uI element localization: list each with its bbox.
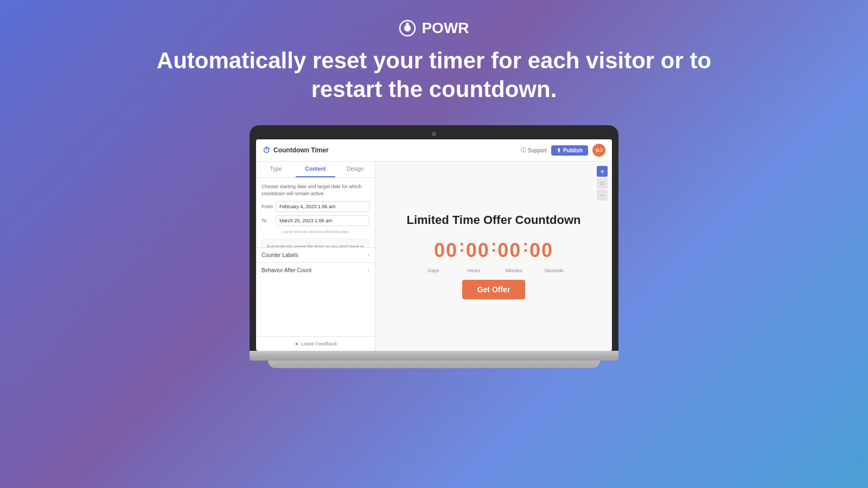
laptop-camera — [432, 132, 436, 136]
laptop-screen: ⏱ Countdown Timer ⓘ Support ⬆ Publish GJ — [256, 139, 612, 351]
to-date-input[interactable]: March 25, 2023 1:06 am — [276, 215, 369, 226]
app-body: Type Content Design Choose starting date… — [256, 162, 612, 351]
seconds-label: Seconds — [538, 268, 570, 273]
app-header-actions: ⓘ Support ⬆ Publish GJ — [521, 144, 605, 157]
minutes-label: Minutes — [497, 268, 530, 273]
to-date-field: To March 25, 2023 1:06 am — [261, 215, 369, 226]
support-label: Support — [528, 147, 547, 153]
headline-line2: restart the countdown. — [311, 76, 557, 102]
support-button[interactable]: ⓘ Support — [521, 146, 547, 154]
publish-icon: ⬆ — [557, 147, 561, 153]
right-panel-preview: ⊕ □ ⋯ Limited Time Offer Countdown 00 : … — [375, 162, 612, 351]
publish-button[interactable]: ⬆ Publish — [551, 145, 588, 156]
user-avatar[interactable]: GJ — [592, 144, 605, 157]
feedback-bar: ◄ Leave Feedback — [256, 336, 375, 351]
days-digits: 00 — [434, 239, 458, 262]
days-block: 00 — [434, 239, 458, 262]
behavior-after-count-row[interactable]: Behavior After Count › — [256, 262, 375, 278]
brand-logo: POWR — [399, 20, 469, 37]
tool-btn-3[interactable]: ⋯ — [597, 190, 608, 201]
right-tools: ⊕ □ ⋯ — [597, 166, 608, 201]
label-sep-2 — [490, 268, 497, 273]
from-date-field: From February 4, 2023 1:06 am — [261, 201, 369, 212]
headline-line1: Automatically reset your timer for each … — [157, 48, 711, 73]
date-section-desc: Choose starting date and target date for… — [261, 183, 369, 197]
minutes-block: 00 — [497, 239, 521, 262]
svg-point-1 — [406, 23, 409, 25]
headline: Automatically reset your timer for each … — [157, 47, 711, 104]
feedback-link[interactable]: ◄ Leave Feedback — [261, 341, 369, 346]
days-label: Days — [417, 268, 450, 273]
preview-title: Limited Time Offer Countdown — [406, 213, 580, 227]
avatar-initials: GJ — [596, 147, 602, 153]
seconds-block: 00 — [529, 239, 553, 262]
laptop-foot — [268, 361, 600, 368]
laptop-mockup: ⏱ Countdown Timer ⓘ Support ⬆ Publish GJ — [250, 125, 618, 368]
tab-content[interactable]: Content — [296, 162, 335, 177]
app-title-text: Countdown Timer — [273, 146, 329, 154]
tab-type[interactable]: Type — [256, 162, 296, 177]
hours-label: Hours — [457, 268, 490, 273]
powr-icon — [399, 20, 416, 37]
countdown-display: 00 : 00 : 00 : 00 — [434, 236, 553, 265]
tool-btn-1[interactable]: ⊕ — [597, 166, 608, 177]
counter-labels-chevron: › — [368, 252, 369, 258]
tab-design-label: Design — [347, 166, 363, 172]
tab-content-label: Content — [305, 166, 326, 172]
publish-label: Publish — [563, 147, 583, 153]
tab-design[interactable]: Design — [335, 162, 375, 177]
get-offer-button[interactable]: Get Offer — [462, 280, 526, 299]
auto-repeat-section: Automatically repeat the timer so you do… — [261, 239, 369, 247]
tool-btn-2[interactable]: □ — [597, 178, 608, 189]
feedback-label: Leave Feedback — [301, 341, 337, 346]
app-header: ⏱ Countdown Timer ⓘ Support ⬆ Publish GJ — [256, 139, 612, 162]
left-panel: Type Content Design Choose starting date… — [256, 162, 375, 351]
from-label: From — [261, 204, 273, 209]
behavior-chevron: › — [368, 267, 369, 273]
laptop-base — [250, 351, 618, 361]
laptop-screen-border: ⏱ Countdown Timer ⓘ Support ⬆ Publish GJ — [250, 125, 618, 351]
sep-1: : — [458, 236, 466, 256]
label-sep-3 — [530, 268, 538, 273]
sep-2: : — [490, 236, 498, 256]
support-icon: ⓘ — [521, 146, 526, 154]
label-sep-1 — [450, 268, 457, 273]
from-date-input[interactable]: February 4, 2023 1:06 am — [276, 201, 369, 212]
feedback-icon: ◄ — [294, 341, 299, 346]
app-title-icon: ⏱ — [263, 146, 270, 155]
hours-block: 00 — [466, 239, 490, 262]
hours-digits: 00 — [466, 239, 490, 262]
time-labels: Days Hours Minutes Seconds — [417, 268, 570, 273]
seconds-digits: 00 — [529, 239, 553, 262]
minutes-digits: 00 — [497, 239, 521, 262]
app-title: ⏱ Countdown Timer — [263, 146, 329, 155]
to-label: To — [261, 218, 273, 223]
counter-labels-row[interactable]: Counter Labels › — [256, 247, 375, 262]
tabs: Type Content Design — [256, 162, 375, 178]
auto-repeat-desc: Automatically repeat the timer so you do… — [266, 243, 365, 247]
timezone-label: Local time for America/Montevideo — [261, 229, 369, 234]
page-header: POWR Automatically reset your timer for … — [157, 20, 711, 104]
counter-labels-label: Counter Labels — [261, 252, 298, 258]
tab-type-label: Type — [270, 166, 282, 172]
panel-content: Choose starting date and target date for… — [256, 178, 375, 247]
sep-3: : — [521, 236, 529, 256]
brand-name: POWR — [422, 20, 469, 37]
behavior-after-count-label: Behavior After Count — [261, 267, 311, 273]
